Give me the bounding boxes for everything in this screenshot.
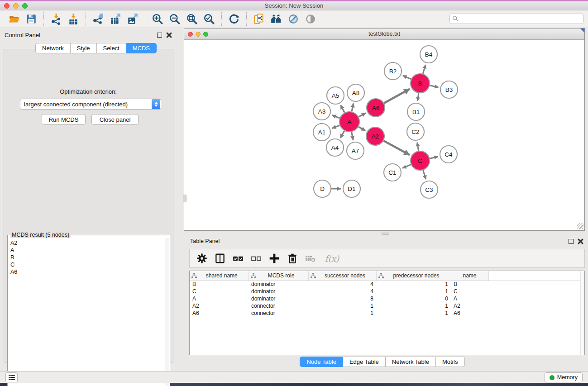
table-row[interactable]: Adominator80A: [190, 295, 584, 302]
table-cell-shared_name[interactable]: B: [190, 281, 249, 288]
graph-edge-C-C2[interactable]: [417, 143, 419, 151]
graph-edge-B-B3[interactable]: [430, 86, 438, 87]
zoom-out-icon[interactable]: [166, 12, 183, 26]
graph-edge-A-A4[interactable]: [340, 131, 344, 138]
table-cell-name[interactable]: C: [451, 288, 488, 295]
column-header-successor-nodes[interactable]: successor nodes: [308, 271, 376, 281]
open-folder-icon[interactable]: [5, 12, 23, 26]
add-column-icon[interactable]: [268, 253, 280, 264]
table-cell-successor_nodes[interactable]: 1: [308, 302, 376, 310]
tab-style[interactable]: Style: [71, 43, 97, 53]
splitter-handle-left[interactable]: [183, 195, 186, 202]
graph-edge-C-C3[interactable]: [423, 170, 426, 179]
graph-edge-B-B1[interactable]: [417, 93, 418, 101]
table-cell-successor_nodes[interactable]: 4: [308, 281, 376, 288]
import-network-icon[interactable]: [48, 12, 65, 26]
table-cell-shared_name[interactable]: A6: [190, 310, 249, 317]
tab-mcds[interactable]: MCDS: [126, 43, 157, 53]
graph-edge-A-A8[interactable]: [352, 103, 354, 111]
refresh-icon[interactable]: [225, 12, 243, 26]
settings-gear-icon[interactable]: [196, 253, 208, 264]
tab-network-table[interactable]: Network Table: [386, 357, 436, 367]
optimization-criterion-select[interactable]: largest connected component (directed): [20, 99, 161, 110]
float-panel-icon[interactable]: [157, 33, 162, 38]
graph-edge-B-B4[interactable]: [423, 65, 425, 74]
search-field[interactable]: [449, 14, 583, 24]
duplicate-network-icon[interactable]: [250, 12, 268, 26]
memory-button[interactable]: Memory: [545, 372, 583, 382]
run-mcds-button[interactable]: Run MCDS: [42, 114, 86, 125]
graph-edge-A2-C[interactable]: [383, 141, 410, 155]
splitter-handle-bottom[interactable]: [382, 232, 389, 235]
first-neighbors-icon[interactable]: [268, 12, 285, 26]
export-table-icon[interactable]: [107, 12, 124, 26]
table-row[interactable]: A2connector11A2: [190, 302, 584, 310]
graph-edge-A-A6[interactable]: [359, 113, 366, 117]
search-input[interactable]: [449, 14, 583, 24]
table-cell-predecessor_nodes[interactable]: 0: [376, 295, 451, 302]
table-cell-mcds_role[interactable]: connector: [249, 302, 308, 310]
network-window-titlebar[interactable]: testGlobe.txt: [184, 29, 584, 40]
tab-edge-table[interactable]: Edge Table: [343, 357, 386, 367]
mcds-result-item[interactable]: C: [10, 261, 165, 268]
mcds-result-item[interactable]: B: [10, 254, 165, 261]
mcds-result-list[interactable]: A2ABCA6: [8, 238, 165, 386]
graph-edge-A-A2[interactable]: [359, 127, 365, 131]
graph-edge-A-A7[interactable]: [352, 132, 354, 140]
table-cell-name[interactable]: A6: [451, 310, 488, 317]
eye-icon[interactable]: [302, 12, 319, 26]
table-row[interactable]: A6connector11A6: [190, 310, 584, 317]
table-cell-mcds_role[interactable]: dominator: [249, 288, 308, 295]
mcds-result-item[interactable]: A6: [10, 268, 165, 276]
mcds-result-scrollbar[interactable]: [165, 238, 169, 386]
table-cell-predecessor_nodes[interactable]: 1: [376, 281, 451, 288]
graph-edge-C-C1[interactable]: [402, 165, 411, 168]
table-row[interactable]: Bdominator41B: [190, 281, 584, 288]
export-network-icon[interactable]: [90, 12, 107, 26]
table-cell-shared_name[interactable]: A: [190, 295, 249, 302]
column-header-MCDS-role[interactable]: MCDS role: [249, 271, 308, 281]
table-cell-predecessor_nodes[interactable]: 1: [376, 310, 451, 317]
table-cell-shared_name[interactable]: C: [190, 288, 249, 295]
graph-edge-A6-B[interactable]: [384, 89, 410, 103]
zoom-fit-icon[interactable]: [183, 12, 201, 26]
table-cell-mcds_role[interactable]: dominator: [249, 295, 308, 302]
tab-select[interactable]: Select: [97, 43, 126, 53]
table-row[interactable]: Cdominator41C: [190, 288, 584, 295]
table-cell-name[interactable]: B: [451, 281, 488, 288]
zoom-selected-icon[interactable]: [201, 12, 218, 26]
network-canvas[interactable]: AA1A2A3A4A5A6A7A8BB1B2B3B4CC1C2C3C4DD1: [184, 40, 584, 230]
table-cell-successor_nodes[interactable]: 8: [308, 295, 376, 302]
table-cell-mcds_role[interactable]: dominator: [249, 281, 308, 288]
table-cell-predecessor_nodes[interactable]: 1: [376, 302, 451, 310]
export-image-icon[interactable]: [124, 12, 141, 26]
table-cell-name[interactable]: A: [451, 295, 488, 302]
close-panel-icon[interactable]: [166, 32, 172, 38]
tab-node-table[interactable]: Node Table: [300, 357, 343, 367]
table-cell-mcds_role[interactable]: connector: [249, 310, 308, 317]
save-session-icon[interactable]: [23, 12, 40, 26]
close-panel-button[interactable]: Close panel: [91, 114, 139, 125]
task-history-button[interactable]: [5, 372, 18, 382]
table-cell-successor_nodes[interactable]: 1: [308, 310, 376, 317]
graphics-details-icon[interactable]: [285, 12, 302, 26]
zoom-in-icon[interactable]: [149, 12, 166, 26]
graph-edge-B-B2[interactable]: [403, 76, 411, 79]
graph-edge-A-A5[interactable]: [340, 105, 344, 113]
select-all-checked-icon[interactable]: [232, 253, 244, 264]
resize-grip[interactable]: [577, 223, 583, 229]
column-header-name[interactable]: name: [451, 271, 488, 281]
column-header-predecessor-nodes[interactable]: predecessor nodes: [376, 271, 451, 281]
mcds-result-item[interactable]: A2: [10, 239, 165, 247]
delete-column-icon[interactable]: [287, 253, 298, 264]
graph-edge-C-C4[interactable]: [430, 157, 438, 158]
table-cell-shared_name[interactable]: A2: [190, 302, 249, 310]
graph-edge-A-A1[interactable]: [332, 125, 339, 128]
table-scrollbar[interactable]: [580, 271, 584, 355]
mcds-result-item[interactable]: A: [10, 247, 165, 254]
import-table-icon[interactable]: [65, 12, 82, 26]
close-table-panel-icon[interactable]: [578, 238, 583, 244]
tab-motifs[interactable]: Motifs: [436, 357, 465, 367]
table-cell-predecessor_nodes[interactable]: 1: [376, 288, 451, 295]
column-view-icon[interactable]: [214, 253, 226, 264]
